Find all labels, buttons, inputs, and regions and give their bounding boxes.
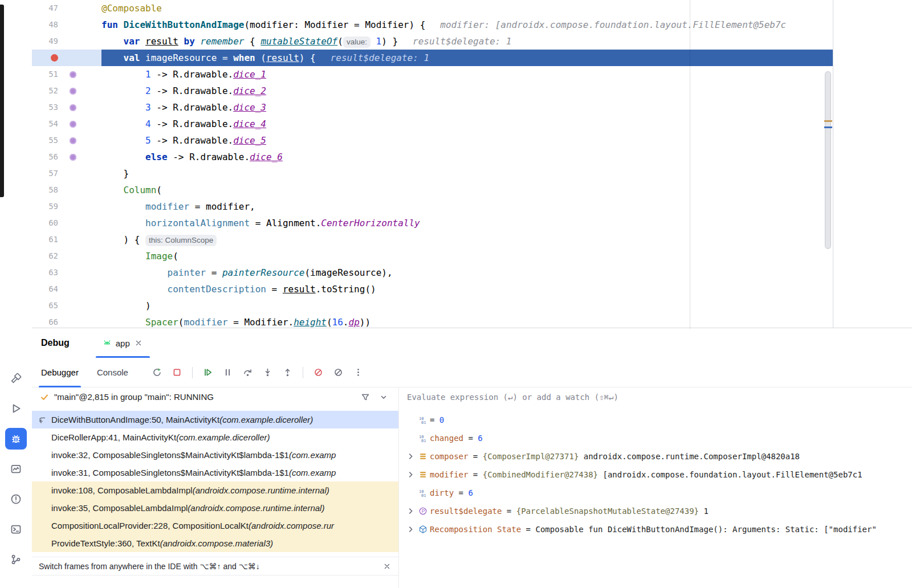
stack-frame[interactable]: invoke:31, ComposableSingletons$MainActi… [32, 464, 398, 481]
expand-chevron-icon[interactable] [406, 469, 416, 480]
code-line[interactable]: 59 modifier = modifier, [32, 198, 833, 215]
line-number[interactable]: 65 [32, 297, 62, 314]
code-line[interactable]: 64 contentDescription = result.toString(… [32, 281, 833, 297]
stack-frame[interactable]: CompositionLocalProvider:228, Compositio… [32, 517, 398, 534]
line-number[interactable]: 49 [32, 33, 62, 50]
code-line[interactable]: 66 Spacer(modifier = Modifier.height(16.… [32, 314, 833, 329]
code-line[interactable]: 49 var result by remember { mutableState… [32, 33, 833, 50]
code-line[interactable]: 65 ) [32, 297, 833, 314]
tab-debugger[interactable]: Debugger [32, 358, 88, 387]
code-line[interactable]: 62 Image( [32, 248, 833, 264]
line-number[interactable]: 66 [32, 314, 62, 329]
variable-row[interactable]: 1001dirty = 6 [399, 484, 912, 502]
stack-frame[interactable]: DiceRollerApp:41, MainActivityKt (com.ex… [32, 428, 398, 446]
terminal-icon [10, 524, 22, 535]
line-number[interactable]: 47 [32, 0, 62, 17]
stripe-button-build[interactable] [5, 368, 27, 389]
code-line[interactable]: 56 else -> R.drawable.dice_6 [32, 149, 833, 165]
editor-gutter: 61 [32, 231, 101, 248]
line-number[interactable]: 63 [32, 264, 62, 281]
variable-row[interactable]: modifier = {CombinedModifier@27438} [and… [399, 466, 912, 484]
line-number[interactable]: 60 [32, 215, 62, 231]
tab-console[interactable]: Console [88, 358, 137, 387]
code-line[interactable]: 61 ) { this: ColumnScope [32, 231, 833, 248]
stripe-button-version-control[interactable] [5, 549, 27, 570]
compose-state-read-icon [70, 88, 76, 95]
line-number[interactable]: 57 [32, 165, 62, 182]
line-number[interactable]: 64 [32, 281, 62, 297]
view-breakpoints-button[interactable] [314, 368, 323, 377]
close-icon[interactable] [134, 338, 143, 348]
var-primitive-icon: 1001 [418, 415, 427, 424]
code-line[interactable]: 54 4 -> R.drawable.dice_4 [32, 116, 833, 132]
code-line[interactable]: 60 horizontalAlignment = Alignment.Cente… [32, 215, 833, 231]
stack-frame[interactable]: invoke:32, ComposableSingletons$MainActi… [32, 446, 398, 464]
code-line[interactable]: val imageResource = when (result) {resul… [32, 50, 833, 66]
breakpoint-icon[interactable] [51, 54, 58, 62]
stack-frame[interactable]: invoke:108, ComposableLambdaImpl (androi… [32, 481, 398, 499]
step-over-button[interactable] [243, 368, 253, 377]
stack-frame[interactable]: invoke:35, ComposableLambdaImpl (android… [32, 499, 398, 517]
chevron-down-icon[interactable] [379, 393, 388, 402]
line-number[interactable] [32, 50, 62, 66]
code-line[interactable]: 52 2 -> R.drawable.dice_2 [32, 83, 833, 99]
var-primitive-icon: 1001 [418, 434, 427, 443]
line-number[interactable]: 52 [32, 83, 62, 99]
code-text: 3 -> R.drawable.dice_3 [101, 99, 833, 116]
step-into-button[interactable] [263, 368, 272, 377]
editor-gutter: 58 [32, 182, 101, 198]
stripe-button-profiler[interactable] [5, 458, 27, 480]
code-line[interactable]: 51 1 -> R.drawable.dice_1 [32, 66, 833, 83]
variable-row[interactable]: 1001changed = 6 [399, 429, 912, 447]
code-line[interactable]: 55 5 -> R.drawable.dice_5 [32, 132, 833, 149]
line-number[interactable]: 58 [32, 182, 62, 198]
rerun-button[interactable] [152, 368, 162, 377]
close-icon[interactable] [382, 562, 392, 571]
evaluate-expression-input[interactable]: Evaluate expression (↵) or add a watch (… [399, 387, 912, 406]
scrollbar-caret-mark [824, 126, 832, 128]
stop-button[interactable] [172, 368, 182, 377]
variable-row[interactable]: composer = {ComposerImpl@27371} androidx… [399, 447, 912, 466]
line-number[interactable]: 59 [32, 198, 62, 215]
filter-icon[interactable] [361, 393, 370, 402]
code-line[interactable]: 58 Column( [32, 182, 833, 198]
stripe-button-problems[interactable] [5, 488, 27, 510]
line-number[interactable]: 51 [32, 66, 62, 83]
code-line[interactable]: 47@Composable [32, 0, 833, 17]
editor-gutter: 57 [32, 165, 101, 182]
stripe-button-terminal[interactable] [5, 518, 27, 540]
code-line[interactable]: 57 } [32, 165, 833, 182]
more-button[interactable] [353, 368, 363, 377]
stack-frame[interactable]: DiceWithButtonAndImage:50, MainActivityK… [32, 411, 398, 428]
editor-scrollbar-thumb[interactable] [825, 71, 831, 249]
frame-location: (com.example.diceroller) [176, 432, 270, 442]
variable-row[interactable]: 1001= 0 [399, 411, 912, 429]
editor-gutter: 55 [32, 132, 101, 149]
debug-header: Debug app [32, 328, 912, 358]
debug-session-tab-app[interactable]: app [96, 328, 150, 358]
expand-chevron-icon[interactable] [406, 451, 416, 462]
stripe-button-run[interactable] [5, 398, 27, 419]
variable-row[interactable]: Presult$delegate = {ParcelableSnapshotMu… [399, 502, 912, 520]
stack-frame[interactable]: ProvideTextStyle:360, TextKt (androidx.c… [32, 534, 398, 552]
stripe-button-debug[interactable] [5, 428, 27, 450]
line-number[interactable]: 55 [32, 132, 62, 149]
pause-button[interactable] [223, 368, 233, 377]
line-number[interactable]: 48 [32, 17, 62, 33]
code-editor[interactable]: 47@Composable48fun DiceWithButtonAndImag… [32, 0, 833, 329]
step-out-button[interactable] [283, 368, 292, 377]
line-number[interactable]: 62 [32, 248, 62, 264]
code-line[interactable]: 63 painter = painterResource(imageResour… [32, 264, 833, 281]
expand-chevron-icon[interactable] [406, 506, 416, 516]
code-line[interactable]: 53 3 -> R.drawable.dice_3 [32, 99, 833, 116]
line-number[interactable]: 54 [32, 116, 62, 132]
variable-row[interactable]: Recomposition State = Composable fun Dic… [399, 520, 912, 538]
line-number[interactable]: 56 [32, 149, 62, 165]
line-number[interactable]: 53 [32, 99, 62, 116]
resume-button[interactable] [203, 368, 213, 377]
expand-chevron-icon[interactable] [406, 524, 416, 534]
code-line[interactable]: 48fun DiceWithButtonAndImage(modifier: M… [32, 17, 833, 33]
code-text: fun DiceWithButtonAndImage(modifier: Mod… [101, 17, 833, 33]
line-number[interactable]: 61 [32, 231, 62, 248]
mute-breakpoints-button[interactable] [333, 368, 343, 377]
